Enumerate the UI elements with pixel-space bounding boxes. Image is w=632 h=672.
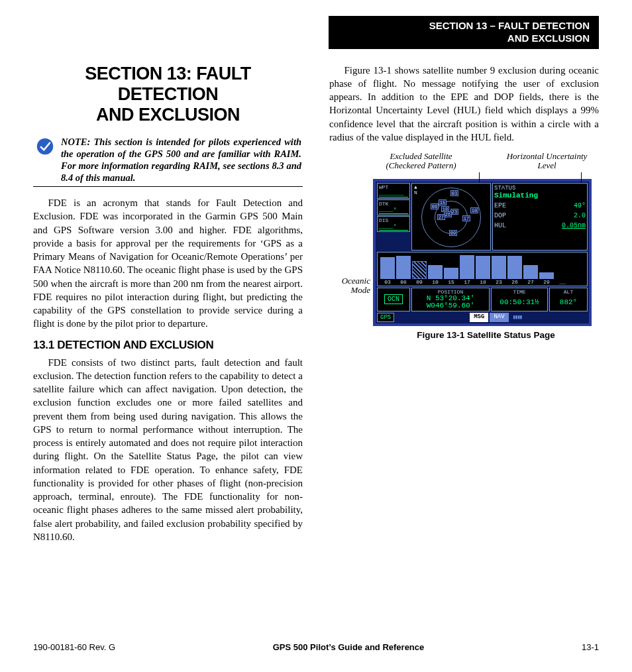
footer-title: GPS 500 Pilot’s Guide and Reference (273, 642, 425, 652)
status-value: Simulating (494, 192, 586, 199)
page-footer: 190-00181-60 Rev. G GPS 500 Pilot’s Guid… (33, 642, 599, 652)
gps-position-box: POSITION N 53°20.34' W046°59.60' (411, 288, 490, 311)
ocn-indicator: OCN (384, 294, 403, 304)
bar-18 (476, 256, 490, 278)
subhead-13-1: 13.1 DETECTION AND EXCLUSION (33, 339, 303, 352)
annotation-excluded-satellite: Excluded Satellite (Checkered Pattern) (378, 152, 464, 171)
header-line1: SECTION 13 – FAULT DETECTION (338, 20, 590, 32)
bar-15 (444, 268, 458, 279)
bar-23 (492, 256, 506, 278)
msg-tag: MSG (470, 313, 488, 322)
bar-09-excluded (412, 261, 427, 279)
position-lon: W046°59.60' (413, 302, 488, 310)
gps-signal-bars: 03 08 09 10 15 17 18 23 26 27 29 __ (377, 252, 588, 286)
gps-field-dis: DIS____° (377, 216, 410, 232)
bar-08 (396, 256, 411, 278)
bar-id-labels: 03 08 09 10 15 17 18 23 26 27 29 __ (379, 279, 586, 285)
header-line2: AND EXCLUSION (338, 32, 590, 45)
hul-value: 0.05nm (562, 222, 586, 229)
gps-status-box: STATUS Simulating EPE49° DOP2.0 HUL0.05n… (492, 183, 588, 251)
section-header-bar: SECTION 13 – FAULT DETECTION AND EXCLUSI… (329, 16, 599, 49)
figure-top-annotations: Excluded Satellite (Checkered Pattern) H… (329, 152, 599, 171)
annotation-hul: Horizontal Uncertainty Level (504, 152, 590, 171)
paragraph-13-1: FDE consists of two distinct parts, faul… (33, 356, 303, 544)
figure-caption: Figure 13-1 Satellite Status Page (329, 330, 599, 340)
section-title-line1: SECTION 13: FAULT DETECTION (85, 64, 251, 104)
nav-page-bars-icon: ▮▮▮▮ (510, 313, 525, 322)
bar-10 (428, 265, 443, 279)
svg-point-0 (37, 138, 54, 154)
gps-time-box: TIME 00:50:31½ (491, 288, 548, 311)
nav-tag: NAV (490, 313, 508, 322)
gps-sky-view: ▲N 03 15 08 18 23 26 10 17 27 (411, 183, 491, 251)
footer-page-number: 13-1 (582, 642, 599, 652)
alt-value: 882° (551, 299, 586, 307)
hul-label: HUL (494, 222, 506, 229)
gps-left-fields: WPT_______ DTK____° DIS____° (377, 183, 410, 251)
right-paragraph: Figure 13-1 shows satellite number 9 exc… (329, 64, 599, 144)
bar-27 (523, 265, 538, 279)
left-column: SECTION 13: FAULT DETECTION AND EXCLUSIO… (33, 64, 303, 552)
gps-footer-tags: GPS MSG NAV ▮▮▮▮ (377, 313, 588, 322)
bar-26 (507, 256, 522, 278)
intro-paragraph: FDE is an acronym that stands for Fault … (33, 196, 303, 331)
epe-label: EPE (494, 202, 506, 209)
gps-oceanic-mode-box: OCN (377, 288, 410, 311)
bar-29 (539, 272, 554, 279)
figure-13-1: Excluded Satellite (Checkered Pattern) H… (329, 152, 599, 340)
right-column: Figure 13-1 shows satellite number 9 exc… (329, 64, 599, 552)
two-column-layout: SECTION 13: FAULT DETECTION AND EXCLUSIO… (33, 64, 599, 552)
gps-satellite-status-screen: WPT_______ DTK____° DIS____° ▲N 03 15 08… (373, 179, 592, 326)
footer-revision: 190-00181-60 Rev. G (33, 642, 115, 652)
time-value: 00:50:31½ (493, 299, 546, 307)
annotation-leader-lines (329, 172, 599, 179)
bar-03 (380, 257, 395, 278)
annotation-oceanic-mode: Oceanic Mode (329, 276, 373, 296)
dop-label: DOP (494, 212, 506, 219)
status-label: STATUS (494, 185, 586, 192)
note-block: NOTE: This section is intended for pilot… (33, 136, 303, 184)
bar-17 (460, 255, 474, 279)
gps-field-dtk: DTK____° (377, 199, 410, 215)
note-text: NOTE: This section is intended for pilot… (61, 136, 303, 184)
gps-tag: GPS (377, 313, 394, 322)
section-title-line2: AND EXCLUSION (96, 105, 240, 125)
checkmark-circle-icon (36, 137, 54, 156)
epe-value: 49° (574, 202, 586, 209)
dop-value: 2.0 (574, 212, 586, 219)
gps-field-wpt: WPT_______ (377, 183, 410, 199)
gps-alt-box: ALT 882° (549, 288, 588, 311)
note-underline (33, 186, 303, 187)
section-title: SECTION 13: FAULT DETECTION AND EXCLUSIO… (33, 64, 303, 125)
